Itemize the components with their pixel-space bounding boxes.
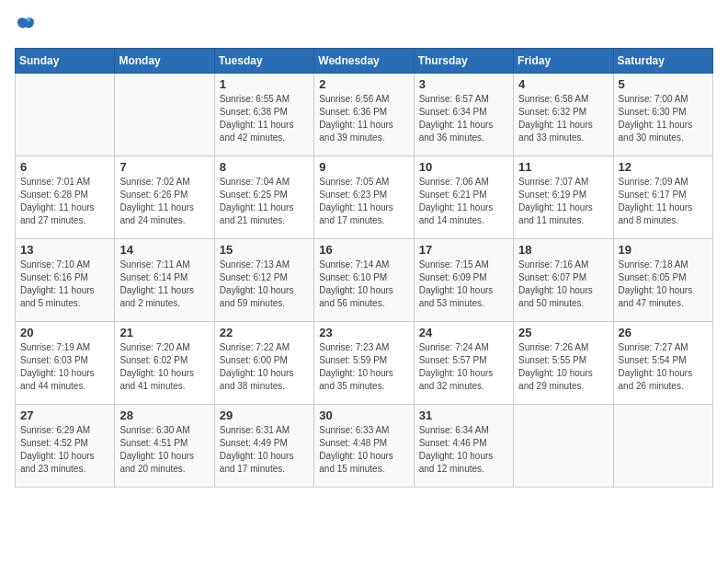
day-info: Sunrise: 7:00 AM Sunset: 6:30 PM Dayligh… (619, 93, 708, 144)
day-info: Sunrise: 7:16 AM Sunset: 6:07 PM Dayligh… (518, 259, 608, 310)
day-number: 27 (20, 408, 109, 422)
calendar-cell: 17Sunrise: 7:15 AM Sunset: 6:09 PM Dayli… (414, 239, 513, 322)
calendar-cell: 18Sunrise: 7:16 AM Sunset: 6:07 PM Dayli… (514, 239, 613, 322)
day-number: 28 (119, 408, 209, 422)
calendar-week-1: 1Sunrise: 6:55 AM Sunset: 6:38 PM Daylig… (16, 74, 713, 156)
calendar-cell: 30Sunrise: 6:33 AM Sunset: 4:48 PM Dayli… (314, 405, 414, 488)
day-header-saturday: Saturday (613, 49, 712, 74)
day-info: Sunrise: 7:04 AM Sunset: 6:25 PM Dayligh… (220, 176, 309, 227)
calendar-cell: 13Sunrise: 7:10 AM Sunset: 6:16 PM Dayli… (16, 239, 115, 322)
calendar-cell: 14Sunrise: 7:11 AM Sunset: 6:14 PM Dayli… (115, 239, 214, 322)
day-info: Sunrise: 6:55 AM Sunset: 6:38 PM Dayligh… (220, 93, 309, 144)
day-info: Sunrise: 7:14 AM Sunset: 6:10 PM Dayligh… (319, 259, 408, 310)
day-header-wednesday: Wednesday (314, 49, 414, 74)
day-header-tuesday: Tuesday (214, 49, 313, 74)
day-number: 14 (119, 243, 209, 257)
day-number: 25 (518, 326, 608, 339)
calendar-cell: 25Sunrise: 7:26 AM Sunset: 5:55 PM Dayli… (514, 322, 613, 405)
day-info: Sunrise: 7:06 AM Sunset: 6:21 PM Dayligh… (419, 176, 508, 227)
calendar-cell: 8Sunrise: 7:04 AM Sunset: 6:25 PM Daylig… (214, 156, 313, 239)
day-info: Sunrise: 6:29 AM Sunset: 4:52 PM Dayligh… (20, 424, 109, 476)
day-number: 30 (319, 408, 408, 422)
calendar-cell: 27Sunrise: 6:29 AM Sunset: 4:52 PM Dayli… (16, 405, 115, 488)
day-info: Sunrise: 7:18 AM Sunset: 6:05 PM Dayligh… (619, 259, 708, 310)
day-number: 15 (220, 243, 309, 257)
day-number: 16 (319, 243, 408, 257)
day-info: Sunrise: 7:09 AM Sunset: 6:17 PM Dayligh… (619, 176, 708, 227)
calendar-table: SundayMondayTuesdayWednesdayThursdayFrid… (15, 48, 713, 488)
calendar-week-5: 27Sunrise: 6:29 AM Sunset: 4:52 PM Dayli… (16, 405, 713, 488)
calendar-cell: 31Sunrise: 6:34 AM Sunset: 4:46 PM Dayli… (414, 405, 513, 488)
day-number: 24 (419, 326, 508, 339)
calendar-week-2: 6Sunrise: 7:01 AM Sunset: 6:28 PM Daylig… (16, 156, 713, 239)
calendar-cell: 15Sunrise: 7:13 AM Sunset: 6:12 PM Dayli… (214, 239, 313, 322)
day-number: 8 (220, 160, 309, 174)
calendar-cell: 1Sunrise: 6:55 AM Sunset: 6:38 PM Daylig… (214, 74, 313, 156)
page-header (15, 15, 713, 37)
day-info: Sunrise: 7:23 AM Sunset: 5:59 PM Dayligh… (319, 341, 408, 393)
day-info: Sunrise: 7:20 AM Sunset: 6:02 PM Dayligh… (119, 341, 209, 393)
day-number: 26 (619, 326, 708, 339)
day-number: 31 (419, 408, 508, 422)
day-number: 5 (619, 77, 708, 91)
day-number: 17 (419, 243, 508, 257)
calendar-cell: 5Sunrise: 7:00 AM Sunset: 6:30 PM Daylig… (613, 74, 712, 156)
day-number: 1 (220, 77, 309, 91)
calendar-cell: 16Sunrise: 7:14 AM Sunset: 6:10 PM Dayli… (314, 239, 414, 322)
day-info: Sunrise: 7:01 AM Sunset: 6:28 PM Dayligh… (20, 176, 109, 227)
calendar-cell: 24Sunrise: 7:24 AM Sunset: 5:57 PM Dayli… (414, 322, 513, 405)
calendar-cell: 20Sunrise: 7:19 AM Sunset: 6:03 PM Dayli… (16, 322, 115, 405)
calendar-cell: 23Sunrise: 7:23 AM Sunset: 5:59 PM Dayli… (314, 322, 414, 405)
calendar-cell: 28Sunrise: 6:30 AM Sunset: 4:51 PM Dayli… (115, 405, 214, 488)
day-info: Sunrise: 6:57 AM Sunset: 6:34 PM Dayligh… (419, 93, 508, 144)
day-info: Sunrise: 7:10 AM Sunset: 6:16 PM Dayligh… (20, 259, 109, 310)
calendar-cell (16, 74, 115, 156)
calendar-cell: 6Sunrise: 7:01 AM Sunset: 6:28 PM Daylig… (16, 156, 115, 239)
calendar-week-4: 20Sunrise: 7:19 AM Sunset: 6:03 PM Dayli… (16, 322, 713, 405)
day-info: Sunrise: 7:19 AM Sunset: 6:03 PM Dayligh… (20, 341, 109, 393)
day-number: 4 (518, 77, 608, 91)
day-number: 20 (20, 326, 109, 339)
day-header-thursday: Thursday (414, 49, 513, 74)
calendar-cell (514, 405, 613, 488)
day-info: Sunrise: 7:15 AM Sunset: 6:09 PM Dayligh… (419, 259, 508, 310)
day-info: Sunrise: 7:24 AM Sunset: 5:57 PM Dayligh… (419, 341, 508, 393)
day-number: 10 (419, 160, 508, 174)
day-info: Sunrise: 7:26 AM Sunset: 5:55 PM Dayligh… (518, 341, 608, 393)
day-number: 2 (319, 77, 408, 91)
day-number: 21 (119, 326, 209, 339)
calendar-cell: 22Sunrise: 7:22 AM Sunset: 6:00 PM Dayli… (214, 322, 313, 405)
day-info: Sunrise: 7:07 AM Sunset: 6:19 PM Dayligh… (518, 176, 608, 227)
calendar-cell: 2Sunrise: 6:56 AM Sunset: 6:36 PM Daylig… (314, 74, 414, 156)
calendar-cell (115, 74, 214, 156)
calendar-cell: 4Sunrise: 6:58 AM Sunset: 6:32 PM Daylig… (514, 74, 613, 156)
day-number: 11 (518, 160, 608, 174)
day-info: Sunrise: 6:33 AM Sunset: 4:48 PM Dayligh… (319, 424, 408, 476)
day-number: 3 (419, 77, 508, 91)
day-info: Sunrise: 7:02 AM Sunset: 6:26 PM Dayligh… (119, 176, 209, 227)
calendar-cell: 11Sunrise: 7:07 AM Sunset: 6:19 PM Dayli… (514, 156, 613, 239)
logo (15, 15, 39, 37)
day-info: Sunrise: 7:13 AM Sunset: 6:12 PM Dayligh… (220, 259, 309, 310)
calendar-cell: 29Sunrise: 6:31 AM Sunset: 4:49 PM Dayli… (214, 405, 313, 488)
day-header-monday: Monday (115, 49, 214, 74)
day-info: Sunrise: 7:05 AM Sunset: 6:23 PM Dayligh… (319, 176, 408, 227)
calendar-cell (613, 405, 712, 488)
day-info: Sunrise: 6:31 AM Sunset: 4:49 PM Dayligh… (220, 424, 309, 476)
day-number: 18 (518, 243, 608, 257)
day-number: 6 (20, 160, 109, 174)
calendar-header-row: SundayMondayTuesdayWednesdayThursdayFrid… (16, 49, 713, 74)
calendar-cell: 21Sunrise: 7:20 AM Sunset: 6:02 PM Dayli… (115, 322, 214, 405)
day-number: 19 (619, 243, 708, 257)
day-number: 23 (319, 326, 408, 339)
calendar-cell: 12Sunrise: 7:09 AM Sunset: 6:17 PM Dayli… (613, 156, 712, 239)
day-number: 22 (220, 326, 309, 339)
day-info: Sunrise: 6:58 AM Sunset: 6:32 PM Dayligh… (518, 93, 608, 144)
calendar-cell: 7Sunrise: 7:02 AM Sunset: 6:26 PM Daylig… (115, 156, 214, 239)
day-number: 7 (119, 160, 209, 174)
calendar-week-3: 13Sunrise: 7:10 AM Sunset: 6:16 PM Dayli… (16, 239, 713, 322)
calendar-cell: 26Sunrise: 7:27 AM Sunset: 5:54 PM Dayli… (613, 322, 712, 405)
day-info: Sunrise: 6:56 AM Sunset: 6:36 PM Dayligh… (319, 93, 408, 144)
calendar-cell: 9Sunrise: 7:05 AM Sunset: 6:23 PM Daylig… (314, 156, 414, 239)
day-info: Sunrise: 7:22 AM Sunset: 6:00 PM Dayligh… (220, 341, 309, 393)
